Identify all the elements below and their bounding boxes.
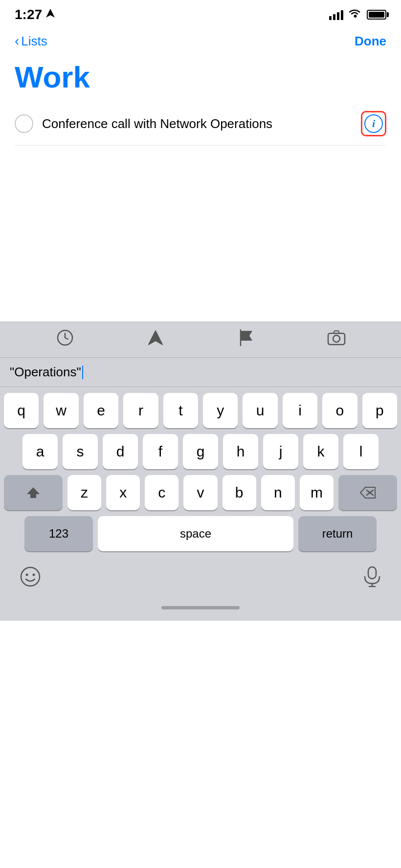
key-a[interactable]: a xyxy=(22,434,58,469)
key-t[interactable]: t xyxy=(163,393,198,428)
back-button[interactable]: ‹ Lists xyxy=(15,33,47,49)
key-x[interactable]: x xyxy=(106,475,140,510)
page-title-section: Work xyxy=(0,56,401,102)
keyboard: q w e r t y u i o p a s d f g h j k l z … xyxy=(0,387,401,559)
location-status-icon xyxy=(46,9,55,21)
back-chevron-icon: ‹ xyxy=(15,33,19,49)
emoji-button[interactable] xyxy=(20,566,41,592)
svg-point-13 xyxy=(33,573,35,576)
numbers-key[interactable]: 123 xyxy=(24,516,93,551)
status-icons xyxy=(329,8,386,21)
toolbar-flag-button[interactable] xyxy=(231,325,261,354)
key-b[interactable]: b xyxy=(223,475,256,510)
task-info-button[interactable]: i xyxy=(361,111,386,136)
key-j[interactable]: j xyxy=(263,434,298,469)
task-checkbox[interactable] xyxy=(15,114,33,133)
key-r[interactable]: r xyxy=(123,393,158,428)
svg-line-3 xyxy=(65,338,68,339)
keyboard-row-4: 123 space return xyxy=(4,516,397,551)
key-z[interactable]: z xyxy=(67,475,101,510)
keyboard-row-2: a s d f g h j k l xyxy=(4,434,397,469)
camera-icon xyxy=(327,330,346,349)
key-v[interactable]: v xyxy=(183,475,217,510)
status-time: 1:27 xyxy=(15,7,55,22)
flag-icon xyxy=(239,329,253,350)
navigation-bar: ‹ Lists Done xyxy=(0,26,401,56)
toolbar-camera-button[interactable] xyxy=(322,325,351,354)
return-key[interactable]: return xyxy=(298,516,377,551)
bottom-bar xyxy=(0,559,401,598)
keyboard-toolbar xyxy=(0,322,401,358)
toolbar-location-button[interactable] xyxy=(141,325,170,354)
key-o[interactable]: o xyxy=(322,393,357,428)
home-indicator xyxy=(0,598,401,621)
delete-key[interactable] xyxy=(338,475,397,510)
key-w[interactable]: w xyxy=(44,393,78,428)
keyboard-row-1: q w e r t y u i o p xyxy=(4,393,397,428)
text-cursor xyxy=(82,366,83,379)
key-d[interactable]: d xyxy=(103,434,138,469)
battery-icon xyxy=(367,10,386,20)
key-c[interactable]: c xyxy=(145,475,178,510)
microphone-button[interactable] xyxy=(363,566,381,592)
svg-rect-14 xyxy=(368,567,376,579)
task-row: Conference call with Network Operations … xyxy=(15,102,386,146)
keyboard-row-3: z x c v b n m xyxy=(4,475,397,510)
autocorrect-word[interactable]: "Operations" xyxy=(10,365,81,380)
space-key[interactable]: space xyxy=(98,516,293,551)
svg-point-12 xyxy=(26,573,28,576)
page-title: Work xyxy=(15,60,386,94)
autocorrect-bar: "Operations" xyxy=(0,358,401,387)
key-q[interactable]: q xyxy=(4,393,39,428)
key-s[interactable]: s xyxy=(63,434,98,469)
wifi-icon xyxy=(348,8,361,21)
key-e[interactable]: e xyxy=(84,393,118,428)
key-y[interactable]: y xyxy=(203,393,238,428)
key-f[interactable]: f xyxy=(143,434,178,469)
key-k[interactable]: k xyxy=(303,434,338,469)
key-n[interactable]: n xyxy=(261,475,295,510)
svg-point-7 xyxy=(333,335,340,342)
signal-icon xyxy=(329,9,343,20)
task-text: Conference call with Network Operations xyxy=(42,115,356,132)
key-i[interactable]: i xyxy=(283,393,317,428)
status-bar: 1:27 xyxy=(0,0,401,26)
key-u[interactable]: u xyxy=(243,393,277,428)
location-arrow-icon xyxy=(148,330,163,349)
task-list: Conference call with Network Operations … xyxy=(0,102,401,146)
clock-icon xyxy=(56,329,74,350)
svg-marker-8 xyxy=(27,487,40,498)
home-bar xyxy=(161,606,240,609)
key-g[interactable]: g xyxy=(183,434,218,469)
shift-key[interactable] xyxy=(4,475,63,510)
key-l[interactable]: l xyxy=(343,434,379,469)
back-label: Lists xyxy=(21,34,47,49)
key-m[interactable]: m xyxy=(300,475,334,510)
time-display: 1:27 xyxy=(15,7,42,22)
info-icon: i xyxy=(364,114,383,133)
done-button[interactable]: Done xyxy=(355,34,386,49)
key-h[interactable]: h xyxy=(223,434,258,469)
content-area xyxy=(0,146,401,322)
svg-marker-0 xyxy=(46,9,55,18)
svg-marker-4 xyxy=(149,331,162,345)
key-p[interactable]: p xyxy=(362,393,397,428)
toolbar-clock-button[interactable] xyxy=(50,325,80,354)
svg-point-11 xyxy=(21,567,40,586)
